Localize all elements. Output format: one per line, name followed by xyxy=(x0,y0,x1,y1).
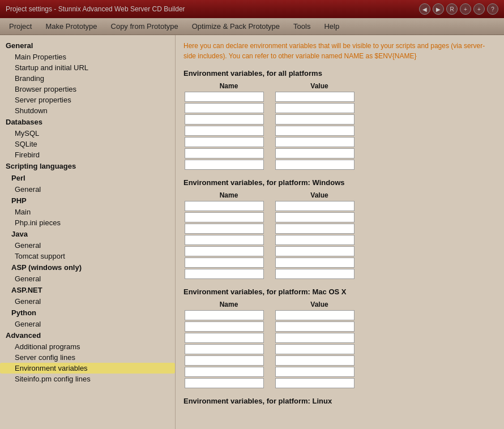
table-row xyxy=(183,125,365,136)
sidebar: General Main Properties Startup and init… xyxy=(0,35,176,429)
env-name-input[interactable] xyxy=(185,224,264,234)
env-name-input[interactable] xyxy=(185,333,264,343)
sidebar-item-main-properties[interactable]: Main Properties xyxy=(0,52,175,62)
title-bar-controls: ◀ ▶ R + + ? xyxy=(419,3,498,15)
menu-help[interactable]: Help xyxy=(317,18,346,35)
env-value-input[interactable] xyxy=(275,344,354,354)
forward-btn[interactable]: ▶ xyxy=(433,3,444,15)
env-name-input[interactable] xyxy=(185,92,264,102)
env-name-input[interactable] xyxy=(185,355,264,366)
r-btn[interactable]: R xyxy=(446,3,458,15)
sidebar-python-label: Python xyxy=(0,307,175,319)
sidebar-item-startup[interactable]: Startup and initial URL xyxy=(0,62,175,73)
env-value-input[interactable] xyxy=(275,321,354,332)
env-table-mac: Name Value xyxy=(183,299,365,389)
env-name-input[interactable] xyxy=(185,148,264,158)
sidebar-item-sqlite[interactable]: SQLite xyxy=(0,139,175,149)
sidebar-item-firebird[interactable]: Firebird xyxy=(0,149,175,160)
env-value-input[interactable] xyxy=(275,258,354,268)
env-name-input[interactable] xyxy=(185,269,264,279)
env-name-input[interactable] xyxy=(185,137,264,147)
env-name-input[interactable] xyxy=(185,103,264,113)
table-row xyxy=(183,234,365,246)
env-value-input[interactable] xyxy=(275,246,354,256)
env-table-all: Name Value xyxy=(183,81,365,170)
env-table-windows: Name Value xyxy=(183,190,365,280)
env-name-input[interactable] xyxy=(185,201,264,211)
sidebar-item-java-tomcat[interactable]: Tomcat support xyxy=(0,251,175,261)
env-name-input[interactable] xyxy=(185,378,264,388)
sidebar-item-perl-general[interactable]: General xyxy=(0,184,175,195)
info-text: Here you can declare environment variabl… xyxy=(183,41,496,61)
col-value-mac: Value xyxy=(274,299,365,310)
sidebar-item-additional-programs[interactable]: Additional programs xyxy=(0,341,175,352)
sidebar-item-branding[interactable]: Branding xyxy=(0,73,175,84)
menu-make-prototype[interactable]: Make Prototype xyxy=(39,18,104,35)
sidebar-item-browser-properties[interactable]: Browser properties xyxy=(0,84,175,95)
env-name-input[interactable] xyxy=(185,310,264,320)
env-value-input[interactable] xyxy=(275,378,354,388)
table-row xyxy=(183,332,365,344)
menu-tools[interactable]: Tools xyxy=(287,18,317,35)
back-btn[interactable]: ◀ xyxy=(419,3,430,15)
sidebar-perl-label: Perl xyxy=(0,172,175,184)
env-value-input[interactable] xyxy=(275,114,354,125)
sidebar-item-php-main[interactable]: Main xyxy=(0,207,175,217)
sidebar-item-mysql[interactable]: MySQL xyxy=(0,128,175,139)
env-name-input[interactable] xyxy=(185,212,264,222)
sidebar-java-label: Java xyxy=(0,228,175,240)
menu-project[interactable]: Project xyxy=(2,18,39,35)
section-title-mac: Environment variables, for platform: Mac… xyxy=(183,288,496,296)
sidebar-item-python-general[interactable]: General xyxy=(0,319,175,329)
env-value-input[interactable] xyxy=(275,137,354,147)
table-row xyxy=(183,148,365,159)
sidebar-item-php-phpini[interactable]: Php.ini pieces xyxy=(0,217,175,228)
env-value-input[interactable] xyxy=(275,269,354,279)
table-row xyxy=(183,114,365,125)
env-value-input[interactable] xyxy=(275,126,354,136)
env-name-input[interactable] xyxy=(185,321,264,332)
add-btn[interactable]: + xyxy=(460,3,471,15)
sidebar-item-shutdown[interactable]: Shutdown xyxy=(0,105,175,116)
env-value-input[interactable] xyxy=(275,367,354,377)
env-name-input[interactable] xyxy=(185,160,264,170)
env-value-input[interactable] xyxy=(275,355,354,366)
env-name-input[interactable] xyxy=(185,367,264,377)
env-value-input[interactable] xyxy=(275,224,354,234)
sidebar-item-siteinfo[interactable]: Siteinfo.pm config lines xyxy=(0,374,175,384)
env-value-input[interactable] xyxy=(275,148,354,158)
sidebar-section-general: General xyxy=(0,40,175,52)
sidebar-item-aspnet-general[interactable]: General xyxy=(0,296,175,307)
env-name-input[interactable] xyxy=(185,235,264,245)
help-btn[interactable]: ? xyxy=(487,3,498,15)
env-value-input[interactable] xyxy=(275,310,354,320)
env-value-input[interactable] xyxy=(275,160,354,170)
env-name-input[interactable] xyxy=(185,126,264,136)
title-bar: Project settings - Stunnix Advanced Web … xyxy=(0,0,504,18)
sidebar-item-java-general[interactable]: General xyxy=(0,240,175,251)
sidebar-item-asp-general[interactable]: General xyxy=(0,273,175,284)
col-name-all: Name xyxy=(183,81,274,91)
env-value-input[interactable] xyxy=(275,201,354,211)
sidebar-section-scripting: Scripting languages xyxy=(0,160,175,172)
env-name-input[interactable] xyxy=(185,246,264,256)
plus-btn[interactable]: + xyxy=(473,3,485,15)
env-name-input[interactable] xyxy=(185,258,264,268)
env-value-input[interactable] xyxy=(275,103,354,113)
table-row xyxy=(183,223,365,234)
env-name-input[interactable] xyxy=(185,344,264,354)
sidebar-item-server-config[interactable]: Server config lines xyxy=(0,352,175,363)
table-row xyxy=(183,377,365,389)
table-row xyxy=(183,200,365,212)
env-name-input[interactable] xyxy=(185,114,264,125)
env-value-input[interactable] xyxy=(275,333,354,343)
menu-copy-from-prototype[interactable]: Copy from Prototype xyxy=(104,18,185,35)
sidebar-item-server-properties[interactable]: Server properties xyxy=(0,95,175,105)
menu-optimize-pack[interactable]: Optimize & Pack Prototype xyxy=(185,18,287,35)
env-value-input[interactable] xyxy=(275,92,354,102)
sidebar-asp-label: ASP (windows only) xyxy=(0,261,175,273)
env-value-input[interactable] xyxy=(275,212,354,222)
env-value-input[interactable] xyxy=(275,235,354,245)
sidebar-item-env-variables[interactable]: Environment variables xyxy=(0,363,175,374)
col-value-all: Value xyxy=(274,81,365,91)
